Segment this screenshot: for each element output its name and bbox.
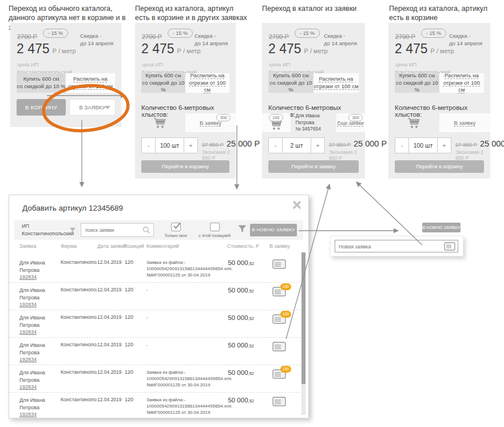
date-cell: 12.04.2019: [97, 287, 122, 292]
tab-to-request[interactable]: В заявку: [439, 113, 490, 132]
quantity-value[interactable]: 2 шт: [282, 137, 311, 153]
flow-title-4: Переход из каталога, артикул есть в корз…: [389, 4, 501, 23]
request-id-link[interactable]: 192834: [19, 302, 37, 307]
filter-bar: ИП Константинопольский Только мои с этой…: [14, 220, 303, 240]
add-to-request-icon[interactable]: 100: [272, 287, 286, 298]
firm-cell: Константинопо...: [61, 342, 97, 347]
add-to-request-icon[interactable]: 100: [272, 314, 286, 325]
cost-cell: 50 000,52: [211, 342, 254, 349]
promo-note: Скидка - до 14 апреля: [324, 32, 360, 48]
savings-note: Экономия 2 850 Р: [202, 149, 236, 161]
request-id-link[interactable]: 192834: [19, 274, 37, 280]
positions-cell: 120: [125, 397, 133, 402]
add-to-request-icon[interactable]: [272, 259, 286, 270]
plus-button[interactable]: +: [184, 137, 198, 153]
request-name: Для Ивана Петрова: [19, 397, 45, 410]
new-request-button-target[interactable]: В НОВУЮ ЗАЯВКУ: [422, 223, 461, 232]
request-name: Для Ивана Петрова: [19, 370, 45, 383]
request-name: Для Ивана Петрова: [19, 260, 45, 273]
positions-cell: 120: [125, 314, 133, 320]
tab-cart-selected[interactable]: [388, 113, 439, 132]
request-id-link[interactable]: 192834: [19, 357, 37, 362]
buy-options-row: Купить 600 см со скидкой до 10 %? Распил…: [17, 73, 115, 93]
filter-icon[interactable]: [237, 225, 247, 235]
wireframe-page: Переход из обычного каталога, данного ар…: [0, 0, 504, 427]
buy-discount-button[interactable]: Купить 600 см со скидкой до 10 %?: [268, 73, 313, 93]
minus-button[interactable]: -: [141, 137, 156, 153]
tab-cart[interactable]: 100: [262, 113, 291, 132]
current-price: 2 475Р / метр: [17, 41, 76, 57]
price-unit: Р / метр: [304, 48, 328, 54]
request-count-badge: 300: [216, 114, 231, 121]
add-to-request-icon[interactable]: 100: [272, 369, 286, 380]
minus-button[interactable]: -: [268, 137, 283, 153]
discount-badge: - 15 %: [43, 29, 68, 38]
scrollbar-track[interactable]: [301, 252, 305, 415]
date-cell: 12.04.2019: [97, 259, 122, 265]
buy-options-row: Купить 600 см со скидкой до 10 %? Распил…: [268, 73, 359, 93]
help-icon[interactable]: ?: [304, 74, 312, 82]
tab-current-request-selected[interactable]: Для Ивана Петрова № 3457654: [291, 113, 336, 132]
to-cart-button[interactable]: В КОРЗИНУ: [17, 99, 66, 116]
search-box: [81, 223, 154, 237]
date-cell: 12.04.2019: [97, 342, 122, 347]
total-price-line: 27 850 Р25 000 Р: [455, 139, 504, 149]
total-price: 25 000 Р: [354, 139, 387, 148]
quantity-value[interactable]: 100 шт: [408, 137, 438, 153]
savings-note: Экономия 2 850 Р: [329, 149, 365, 161]
close-icon[interactable]: [292, 200, 301, 212]
request-id-link[interactable]: 192834: [19, 384, 37, 390]
tab-cart-selected[interactable]: [135, 113, 185, 132]
positions-cell: 120: [125, 369, 133, 375]
modal-title: Добавить артикул 12345689: [22, 204, 123, 212]
go-to-cart-button[interactable]: Перейти в корзину: [141, 160, 229, 173]
plus-button[interactable]: +: [311, 137, 325, 153]
cut-to-pieces-button[interactable]: Распилить на отрезки от 100 см: [313, 73, 359, 93]
help-icon[interactable]: ?: [57, 74, 64, 82]
date-cell: 12.04.2019: [97, 369, 122, 375]
quantity-value[interactable]: 100 шт: [155, 137, 184, 153]
to-request-link[interactable]: В заявку: [454, 120, 476, 126]
cut-to-pieces-button[interactable]: Распилить на отрезки от 100 см: [439, 73, 484, 93]
plus-button[interactable]: +: [437, 137, 451, 153]
request-id-link[interactable]: 192834: [19, 412, 37, 417]
table-row: Для Ивана Петрова192834 Константинопо...…: [9, 365, 300, 393]
old-price: 2700 Р: [269, 33, 289, 40]
request-id-link[interactable]: 192834: [19, 329, 37, 335]
discount-badge: - 15 %: [295, 29, 320, 38]
request-owner-label: Для Ивана Петрова № 3457654: [295, 113, 336, 132]
quantity-stepper: - 100 шт +: [395, 137, 451, 153]
discount-badge: - 15 %: [168, 29, 193, 38]
new-request-input[interactable]: [335, 241, 458, 252]
product-card-in-cart-other-requests: 2700 Р - 15 % Скидка - до 14 апреля 2 47…: [135, 23, 236, 179]
only-mine-checkbox[interactable]: Только мои: [161, 223, 191, 238]
buy-discount-button[interactable]: Купить 600 см со скидкой до 10 %?: [395, 73, 439, 93]
buy-discount-button[interactable]: Купить 600 см со скидкой до 10 %?: [141, 73, 185, 93]
scrollbar-thumb[interactable]: [301, 252, 305, 384]
chevron-down-icon: [105, 106, 110, 109]
tab-to-request[interactable]: 300 В заявку: [185, 113, 236, 132]
new-request-button[interactable]: В НОВУЮ ЗАЯВКУ: [250, 224, 297, 236]
add-to-request-icon[interactable]: [272, 342, 286, 353]
quantity-stepper: - 100 шт +: [141, 137, 198, 153]
help-icon[interactable]: ?: [176, 74, 184, 82]
cut-to-pieces-button[interactable]: Распилить на отрезки от 100 см: [185, 73, 229, 93]
product-card-in-cart: 2700 Р - 15 % Скидка - до 14 апреля 2 47…: [388, 23, 490, 179]
request-name: Для Ивана Петрова: [19, 287, 45, 301]
go-to-request-button[interactable]: Перейти в заявку: [268, 160, 359, 173]
tab-more-requests[interactable]: 300 Еще заявки: [336, 113, 365, 132]
help-icon[interactable]: ?: [430, 74, 438, 82]
company-dropdown[interactable]: ИП Константинопольский: [22, 223, 71, 237]
price-unit: Р / метр: [431, 48, 454, 54]
to-request-button[interactable]: В ЗАЯВКУ: [69, 99, 116, 116]
buy-discount-button[interactable]: Купить 600 см со скидкой до 10 %?: [17, 73, 66, 93]
minus-button[interactable]: -: [395, 137, 409, 153]
current-price: 2 475Р / метр: [395, 41, 454, 57]
flow-title-2: Переход из каталога, артикул есть в корз…: [135, 4, 249, 23]
current-price: 2 475Р / метр: [268, 41, 328, 57]
with-position-checkbox[interactable]: с этой позицией: [197, 223, 232, 238]
go-to-cart-button[interactable]: Перейти в корзину: [395, 160, 484, 173]
firm-cell: Константинопо...: [61, 397, 97, 402]
cut-to-pieces-button[interactable]: Распилить на отрезки от 100 см: [66, 73, 115, 93]
add-to-request-icon[interactable]: [272, 397, 286, 408]
